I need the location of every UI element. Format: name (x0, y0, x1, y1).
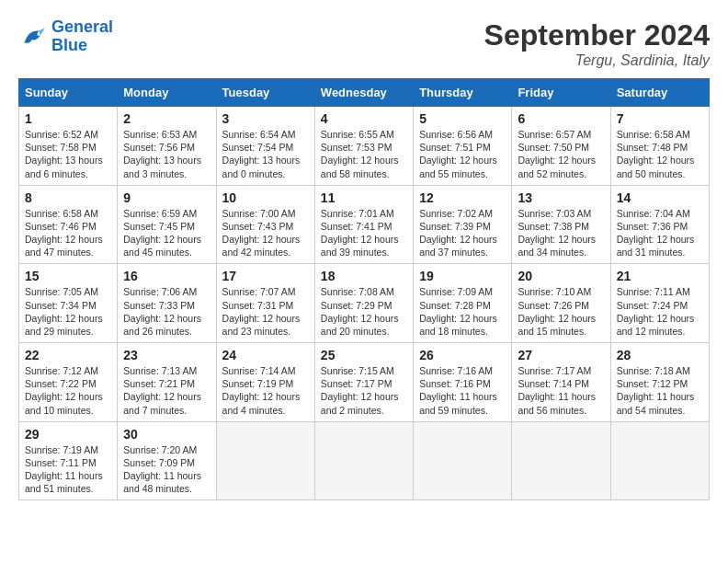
day-info: Sunrise: 7:04 AMSunset: 7:36 PMDaylight:… (617, 207, 703, 259)
day-info: Sunrise: 6:54 AMSunset: 7:54 PMDaylight:… (222, 128, 309, 180)
day-number: 8 (25, 190, 111, 205)
calendar-cell (216, 421, 314, 500)
calendar-cell: 21Sunrise: 7:11 AMSunset: 7:24 PMDayligh… (610, 264, 709, 343)
calendar-cell: 8Sunrise: 6:58 AMSunset: 7:46 PMDaylight… (19, 185, 118, 264)
day-info: Sunrise: 7:03 AMSunset: 7:38 PMDaylight:… (518, 207, 604, 259)
day-number: 5 (419, 111, 506, 126)
day-info: Sunrise: 7:16 AMSunset: 7:16 PMDaylight:… (419, 364, 506, 417)
day-info: Sunrise: 7:07 AMSunset: 7:31 PMDaylight:… (222, 285, 309, 338)
calendar-cell: 4Sunrise: 6:55 AMSunset: 7:53 PMDaylight… (314, 107, 413, 186)
col-wednesday: Wednesday (314, 79, 413, 107)
calendar-row: 1Sunrise: 6:52 AMSunset: 7:58 PMDaylight… (19, 107, 710, 186)
day-number: 24 (222, 348, 309, 362)
day-info: Sunrise: 7:08 AMSunset: 7:29 PMDaylight:… (321, 285, 407, 338)
col-monday: Monday (118, 79, 216, 107)
calendar-table: Sunday Monday Tuesday Wednesday Thursday… (18, 78, 710, 500)
col-thursday: Thursday (414, 79, 512, 107)
calendar-cell: 19Sunrise: 7:09 AMSunset: 7:28 PMDayligh… (414, 264, 512, 343)
calendar-cell: 18Sunrise: 7:08 AMSunset: 7:29 PMDayligh… (314, 264, 413, 343)
calendar-cell (414, 421, 512, 500)
calendar-cell: 26Sunrise: 7:16 AMSunset: 7:16 PMDayligh… (414, 343, 512, 422)
day-info: Sunrise: 7:12 AMSunset: 7:22 PMDaylight:… (25, 364, 111, 417)
day-info: Sunrise: 7:01 AMSunset: 7:41 PMDaylight:… (321, 207, 407, 259)
day-info: Sunrise: 7:17 AMSunset: 7:14 PMDaylight:… (518, 364, 604, 417)
day-info: Sunrise: 6:57 AMSunset: 7:50 PMDaylight:… (518, 128, 604, 180)
col-sunday: Sunday (19, 79, 118, 107)
day-number: 12 (419, 190, 506, 205)
location: Tergu, Sardinia, Italy (484, 52, 710, 69)
day-number: 10 (222, 190, 309, 205)
day-number: 7 (617, 111, 703, 126)
day-number: 6 (518, 111, 604, 126)
calendar-cell: 25Sunrise: 7:15 AMSunset: 7:17 PMDayligh… (314, 343, 413, 422)
day-number: 4 (321, 111, 407, 126)
day-info: Sunrise: 6:55 AMSunset: 7:53 PMDaylight:… (321, 128, 407, 180)
day-number: 9 (123, 190, 210, 205)
day-info: Sunrise: 6:53 AMSunset: 7:56 PMDaylight:… (123, 128, 210, 180)
day-info: Sunrise: 7:11 AMSunset: 7:24 PMDaylight:… (617, 285, 703, 338)
calendar-cell: 13Sunrise: 7:03 AMSunset: 7:38 PMDayligh… (512, 185, 610, 264)
day-info: Sunrise: 7:14 AMSunset: 7:19 PMDaylight:… (222, 364, 309, 417)
calendar-cell (512, 421, 610, 500)
day-number: 18 (321, 269, 407, 283)
day-info: Sunrise: 6:58 AMSunset: 7:46 PMDaylight:… (25, 207, 111, 259)
calendar-cell: 28Sunrise: 7:18 AMSunset: 7:12 PMDayligh… (610, 343, 709, 422)
page-header: General Blue September 2024 Tergu, Sardi… (18, 18, 710, 69)
day-number: 15 (25, 269, 111, 283)
calendar-cell: 5Sunrise: 6:56 AMSunset: 7:51 PMDaylight… (414, 107, 512, 186)
calendar-cell: 7Sunrise: 6:58 AMSunset: 7:48 PMDaylight… (610, 107, 709, 186)
calendar-cell (314, 421, 413, 500)
day-number: 19 (419, 269, 506, 283)
day-info: Sunrise: 6:58 AMSunset: 7:48 PMDaylight:… (617, 128, 703, 180)
calendar-cell: 12Sunrise: 7:02 AMSunset: 7:39 PMDayligh… (414, 185, 512, 264)
day-number: 11 (321, 190, 407, 205)
calendar-cell: 27Sunrise: 7:17 AMSunset: 7:14 PMDayligh… (512, 343, 610, 422)
calendar-cell: 6Sunrise: 6:57 AMSunset: 7:50 PMDaylight… (512, 107, 610, 186)
calendar-row: 29Sunrise: 7:19 AMSunset: 7:11 PMDayligh… (19, 421, 710, 500)
day-number: 1 (25, 111, 111, 126)
day-number: 17 (222, 269, 309, 283)
day-info: Sunrise: 7:00 AMSunset: 7:43 PMDaylight:… (222, 207, 309, 259)
day-number: 14 (617, 190, 703, 205)
header-row: Sunday Monday Tuesday Wednesday Thursday… (19, 79, 710, 107)
day-info: Sunrise: 7:20 AMSunset: 7:09 PMDaylight:… (123, 443, 210, 496)
day-info: Sunrise: 7:18 AMSunset: 7:12 PMDaylight:… (617, 364, 703, 417)
day-info: Sunrise: 7:05 AMSunset: 7:34 PMDaylight:… (25, 285, 111, 338)
calendar-cell: 20Sunrise: 7:10 AMSunset: 7:26 PMDayligh… (512, 264, 610, 343)
day-number: 30 (123, 427, 210, 442)
calendar-cell: 14Sunrise: 7:04 AMSunset: 7:36 PMDayligh… (610, 185, 709, 264)
calendar-cell: 1Sunrise: 6:52 AMSunset: 7:58 PMDaylight… (19, 107, 118, 186)
calendar-cell: 3Sunrise: 6:54 AMSunset: 7:54 PMDaylight… (216, 107, 314, 186)
day-info: Sunrise: 6:56 AMSunset: 7:51 PMDaylight:… (419, 128, 506, 180)
day-info: Sunrise: 7:19 AMSunset: 7:11 PMDaylight:… (25, 443, 111, 496)
logo-icon (18, 22, 48, 52)
day-info: Sunrise: 7:13 AMSunset: 7:21 PMDaylight:… (123, 364, 210, 417)
logo-line2: Blue (51, 36, 87, 54)
day-number: 25 (321, 348, 407, 362)
calendar-cell: 29Sunrise: 7:19 AMSunset: 7:11 PMDayligh… (19, 421, 118, 500)
day-info: Sunrise: 7:02 AMSunset: 7:39 PMDaylight:… (419, 207, 506, 259)
calendar-row: 15Sunrise: 7:05 AMSunset: 7:34 PMDayligh… (19, 264, 710, 343)
logo-line1: General (51, 17, 113, 36)
day-info: Sunrise: 6:59 AMSunset: 7:45 PMDaylight:… (123, 207, 210, 259)
calendar-cell: 9Sunrise: 6:59 AMSunset: 7:45 PMDaylight… (118, 185, 216, 264)
day-number: 16 (123, 269, 210, 283)
day-number: 26 (419, 348, 506, 362)
calendar-cell: 24Sunrise: 7:14 AMSunset: 7:19 PMDayligh… (216, 343, 314, 422)
col-friday: Friday (512, 79, 610, 107)
calendar-cell: 23Sunrise: 7:13 AMSunset: 7:21 PMDayligh… (118, 343, 216, 422)
day-number: 22 (25, 348, 111, 362)
calendar-cell: 17Sunrise: 7:07 AMSunset: 7:31 PMDayligh… (216, 264, 314, 343)
calendar-row: 8Sunrise: 6:58 AMSunset: 7:46 PMDaylight… (19, 185, 710, 264)
day-number: 29 (25, 427, 111, 442)
day-info: Sunrise: 7:09 AMSunset: 7:28 PMDaylight:… (419, 285, 506, 338)
day-info: Sunrise: 7:10 AMSunset: 7:26 PMDaylight:… (518, 285, 604, 338)
day-number: 13 (518, 190, 604, 205)
calendar-cell: 15Sunrise: 7:05 AMSunset: 7:34 PMDayligh… (19, 264, 118, 343)
calendar-cell (610, 421, 709, 500)
day-info: Sunrise: 7:15 AMSunset: 7:17 PMDaylight:… (321, 364, 407, 417)
day-info: Sunrise: 7:06 AMSunset: 7:33 PMDaylight:… (123, 285, 210, 338)
day-number: 27 (518, 348, 604, 362)
calendar-row: 22Sunrise: 7:12 AMSunset: 7:22 PMDayligh… (19, 343, 710, 422)
day-number: 3 (222, 111, 309, 126)
